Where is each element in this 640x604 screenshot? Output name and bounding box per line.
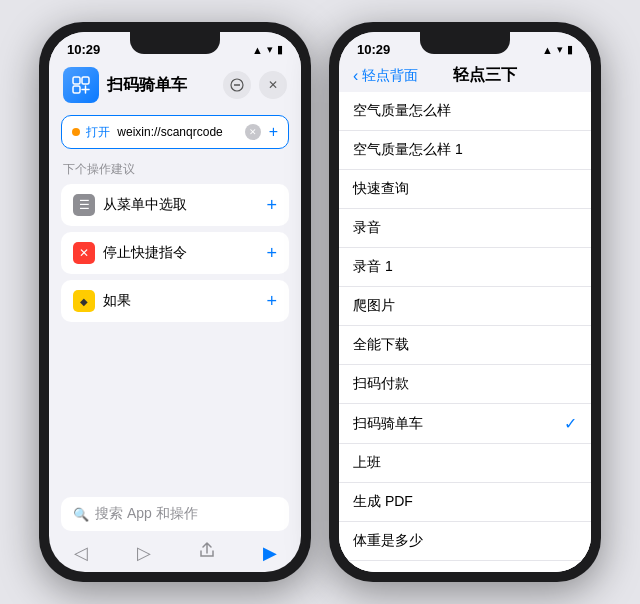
list-item-text: 体重是多少 xyxy=(353,532,423,550)
list-item-text: 快速查询 xyxy=(353,180,409,198)
share-button[interactable] xyxy=(187,541,227,564)
menu-button[interactable] xyxy=(223,71,251,99)
list-item[interactable]: 空气质量怎么样 xyxy=(339,92,591,131)
search-bar[interactable]: 🔍 搜索 App 和操作 xyxy=(61,497,289,531)
list-item[interactable]: 快速查询 xyxy=(339,170,591,209)
section-label: 下个操作建议 xyxy=(49,157,301,184)
url-add-button[interactable]: + xyxy=(269,123,278,141)
search-icon: 🔍 xyxy=(73,507,89,522)
list-item-text: 爬图片 xyxy=(353,297,395,315)
action-icon-2: ◆ xyxy=(73,290,95,312)
url-open-label: 打开 weixin://scanqrcode xyxy=(86,124,239,141)
action-label-2: 如果 xyxy=(103,292,131,310)
action-item-1[interactable]: ✕ 停止快捷指令 + xyxy=(61,232,289,274)
list-item[interactable]: 扫码付款 xyxy=(339,365,591,404)
close-icon: ✕ xyxy=(268,78,278,92)
app-title: 扫码骑单车 xyxy=(107,75,187,96)
action-label-0: 从菜单中选取 xyxy=(103,196,187,214)
phone-1: 10:29 ▲ ▾ ▮ xyxy=(39,22,311,582)
forward-button[interactable]: ▷ xyxy=(124,542,164,564)
list-item-text: 扫码骑单车 xyxy=(353,415,423,433)
action-add-2[interactable]: + xyxy=(266,291,277,312)
wifi-icon-2: ▾ xyxy=(557,43,563,56)
screen-2: 10:29 ▲ ▾ ▮ ‹ 轻点背面 轻点三下 空气质量怎么样 空气质量怎 xyxy=(339,32,591,572)
list-item-text: 生成 PDF xyxy=(353,493,413,511)
svg-rect-0 xyxy=(73,77,80,84)
action-icon-0: ☰ xyxy=(73,194,95,216)
list-item[interactable]: 体重是多少 1 xyxy=(339,561,591,572)
phone-2: 10:29 ▲ ▾ ▮ ‹ 轻点背面 轻点三下 空气质量怎么样 空气质量怎 xyxy=(329,22,601,582)
url-indicator xyxy=(72,128,80,136)
search-container: 🔍 搜索 App 和操作 xyxy=(49,489,301,535)
action-item-0[interactable]: ☰ 从菜单中选取 + xyxy=(61,184,289,226)
action-left-0: ☰ 从菜单中选取 xyxy=(73,194,187,216)
app-header: 扫码骑单车 ✕ xyxy=(49,61,301,111)
list-item[interactable]: 爬图片 xyxy=(339,287,591,326)
back-button[interactable]: ◁ xyxy=(61,542,101,564)
back-arrow[interactable]: ‹ xyxy=(353,67,358,85)
action-add-1[interactable]: + xyxy=(266,243,277,264)
checkmark-icon: ✓ xyxy=(564,414,577,433)
action-label-1: 停止快捷指令 xyxy=(103,244,187,262)
url-text: weixin://scanqrcode xyxy=(117,125,222,139)
svg-point-4 xyxy=(234,84,236,86)
signal-icon: ▲ xyxy=(252,44,263,56)
play-button[interactable]: ▶ xyxy=(250,542,290,564)
list-item-text: 空气质量怎么样 1 xyxy=(353,141,463,159)
battery-icon-2: ▮ xyxy=(567,43,573,56)
wifi-icon: ▾ xyxy=(267,43,273,56)
list-item-text: 录音 xyxy=(353,219,381,237)
notch-2 xyxy=(420,32,510,54)
list-item-text: 空气质量怎么样 xyxy=(353,102,451,120)
open-label: 打开 xyxy=(86,125,110,139)
header-buttons: ✕ xyxy=(223,71,287,99)
bottom-toolbar: ◁ ▷ ▶ xyxy=(49,535,301,572)
list-title: 轻点三下 xyxy=(453,65,547,86)
svg-rect-2 xyxy=(73,86,80,93)
list-item[interactable]: 全能下载 xyxy=(339,326,591,365)
battery-icon: ▮ xyxy=(277,43,283,56)
status-time-1: 10:29 xyxy=(67,42,100,57)
action-left-2: ◆ 如果 xyxy=(73,290,131,312)
title-area: 扫码骑单车 xyxy=(63,67,187,103)
notch-1 xyxy=(130,32,220,54)
action-left-1: ✕ 停止快捷指令 xyxy=(73,242,187,264)
list-item[interactable]: 体重是多少 xyxy=(339,522,591,561)
list-scroll: 空气质量怎么样 空气质量怎么样 1 快速查询 录音 录音 1 爬图片 xyxy=(339,92,591,572)
status-time-2: 10:29 xyxy=(357,42,390,57)
search-placeholder: 搜索 App 和操作 xyxy=(95,505,198,523)
list-item-text: 录音 1 xyxy=(353,258,393,276)
close-button[interactable]: ✕ xyxy=(259,71,287,99)
clear-icon: ✕ xyxy=(249,127,257,137)
action-item-2[interactable]: ◆ 如果 + xyxy=(61,280,289,322)
status-icons-2: ▲ ▾ ▮ xyxy=(542,43,573,56)
screen-1: 10:29 ▲ ▾ ▮ xyxy=(49,32,301,572)
list-item-checked[interactable]: 扫码骑单车 ✓ xyxy=(339,404,591,444)
svg-point-6 xyxy=(238,84,240,86)
url-bar[interactable]: 打开 weixin://scanqrcode ✕ + xyxy=(61,115,289,149)
list-item[interactable]: 生成 PDF xyxy=(339,483,591,522)
back-label[interactable]: 轻点背面 xyxy=(362,67,418,85)
list-header: ‹ 轻点背面 轻点三下 xyxy=(339,61,591,92)
list-item[interactable]: 上班 xyxy=(339,444,591,483)
status-icons-1: ▲ ▾ ▮ xyxy=(252,43,283,56)
list-item[interactable]: 录音 1 xyxy=(339,248,591,287)
list-item[interactable]: 录音 xyxy=(339,209,591,248)
url-clear-button[interactable]: ✕ xyxy=(245,124,261,140)
signal-icon-2: ▲ xyxy=(542,44,553,56)
svg-point-5 xyxy=(236,84,238,86)
list-item-text: 体重是多少 1 xyxy=(353,571,435,572)
list-item-text: 全能下载 xyxy=(353,336,409,354)
action-icon-1: ✕ xyxy=(73,242,95,264)
list-item-text: 上班 xyxy=(353,454,381,472)
list-item[interactable]: 空气质量怎么样 1 xyxy=(339,131,591,170)
app-icon xyxy=(63,67,99,103)
svg-rect-1 xyxy=(82,77,89,84)
list-item-text: 扫码付款 xyxy=(353,375,409,393)
spacer xyxy=(49,328,301,489)
action-add-0[interactable]: + xyxy=(266,195,277,216)
